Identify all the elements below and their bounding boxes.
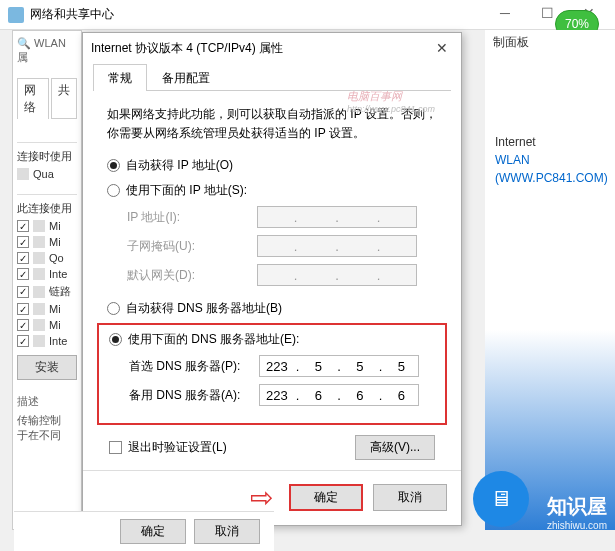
subnet-mask-label: 子网掩码(U): — [127, 238, 257, 255]
right-sidebar: 制面板 Internet WLAN (WWW.PC841.COM) — [485, 30, 615, 530]
subnet-mask-input: ... — [257, 235, 417, 257]
preferred-dns-label: 首选 DNS 服务器(P): — [129, 358, 259, 375]
adapter-icon — [17, 168, 29, 180]
radio-auto-ip[interactable]: 自动获得 IP 地址(O) — [107, 157, 437, 174]
gateway-input: ... — [257, 264, 417, 286]
internet-label: Internet — [495, 135, 605, 149]
radio-icon — [107, 184, 120, 197]
network-icon — [8, 7, 24, 23]
conn-label: 连接时使用 — [17, 142, 77, 164]
radio-icon — [107, 302, 120, 315]
wlan-link[interactable]: WLAN — [495, 153, 605, 167]
checkbox-icon[interactable]: ✓ — [17, 220, 29, 232]
monitor-icon: 🖥 — [473, 471, 529, 527]
back-ok-button[interactable]: 确定 — [120, 519, 186, 544]
tab-general[interactable]: 常规 — [93, 64, 147, 91]
alternate-dns-label: 备用 DNS 服务器(A): — [129, 387, 259, 404]
radio-icon — [109, 333, 122, 346]
radio-manual-dns[interactable]: 使用下面的 DNS 服务器地址(E): — [109, 331, 435, 348]
preferred-dns-input[interactable]: 223. 5. 5. 5 — [259, 355, 419, 377]
close-icon[interactable]: ✕ — [431, 40, 453, 56]
intro-text: 如果网络支持此功能，则可以获取自动指派的 IP 设置。否则，你需要从网络系统管理… — [107, 105, 437, 143]
ip-address-input: ... — [257, 206, 417, 228]
minimize-icon[interactable]: ─ — [485, 0, 525, 26]
advanced-button[interactable]: 高级(V)... — [355, 435, 435, 460]
desc-label: 描述 — [17, 394, 77, 409]
checkbox-icon — [109, 441, 122, 454]
parent-window-titlebar: 网络和共享中心 ─ ☐ ✕ — [0, 0, 615, 30]
arrow-right-icon: ⇨ — [250, 481, 273, 514]
ok-button[interactable]: 确定 — [289, 484, 363, 511]
alternate-dns-input[interactable]: 223. 6. 6. 6 — [259, 384, 419, 406]
wlan-dialog-buttons: 确定 取消 — [14, 511, 274, 551]
tab-alternate[interactable]: 备用配置 — [147, 64, 225, 91]
radio-manual-ip[interactable]: 使用下面的 IP 地址(S): — [107, 182, 437, 199]
gateway-label: 默认网关(D): — [127, 267, 257, 284]
ipv4-properties-dialog: Internet 协议版本 4 (TCP/IPv4) 属性 ✕ 常规 备用配置 … — [82, 32, 462, 526]
radio-auto-dns[interactable]: 自动获得 DNS 服务器地址(B) — [107, 300, 437, 317]
list-label: 此连接使用 — [17, 194, 77, 216]
parent-window-title: 网络和共享中心 — [30, 6, 114, 23]
radio-icon — [107, 159, 120, 172]
validate-checkbox[interactable]: 退出时验证设置(L) — [109, 439, 227, 456]
install-button[interactable]: 安装 — [17, 355, 77, 380]
back-cancel-button[interactable]: 取消 — [194, 519, 260, 544]
tab-share-back[interactable]: 共 — [51, 78, 77, 119]
search-icon: 🔍 — [17, 37, 31, 49]
dns-highlight-box: 使用下面的 DNS 服务器地址(E): 首选 DNS 服务器(P): 223. … — [97, 323, 447, 425]
brand-logo: 知识屋 zhishiwu.com — [547, 493, 607, 531]
cancel-button[interactable]: 取消 — [373, 484, 447, 511]
tab-network-back[interactable]: 网络 — [17, 78, 49, 119]
pc841-link[interactable]: (WWW.PC841.COM) — [495, 171, 605, 185]
wlan-properties-backdrop: 🔍 WLAN 属 网络 共 连接时使用 Qua 此连接使用 ✓Mi ✓Mi ✓Q… — [12, 30, 82, 530]
dialog-title: Internet 协议版本 4 (TCP/IPv4) 属性 — [91, 40, 283, 57]
ip-address-label: IP 地址(I): — [127, 209, 257, 226]
